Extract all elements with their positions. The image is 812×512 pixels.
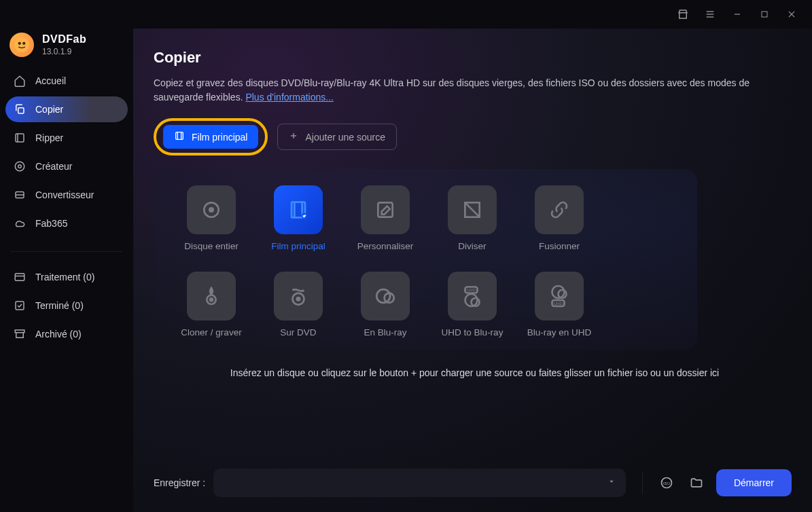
brand-version: 13.0.1.9 (42, 47, 86, 56)
mode-tile-icon (187, 272, 236, 321)
archive-icon (14, 328, 26, 340)
mode-card[interactable]: En Blu-ray (348, 272, 423, 337)
film-principal-dropdown[interactable]: Film principal (163, 125, 258, 149)
add-source-button[interactable]: Ajouter une source (277, 124, 397, 150)
svg-point-37 (297, 297, 300, 300)
mode-label: Cloner / graver (181, 327, 241, 337)
svg-rect-11 (16, 134, 24, 142)
app-logo-icon (10, 33, 34, 57)
svg-rect-4 (762, 12, 767, 17)
brand: DVDFab 13.0.1.9 (5, 29, 128, 68)
svg-point-13 (18, 165, 22, 168)
sidebar-item-termine[interactable]: Terminé (0) (5, 293, 128, 318)
svg-rect-18 (16, 301, 24, 310)
svg-rect-31 (378, 202, 392, 217)
dropzone-hint: Insérez un disque ou cliquez sur le bout… (154, 352, 796, 393)
mode-label: Sur DVD (280, 327, 316, 337)
mode-tile-icon (361, 185, 410, 234)
mode-tile-icon: UHD (535, 272, 584, 321)
page-description-text: Copiez et gravez des disques DVD/Blu-ray… (154, 77, 749, 103)
page-description: Copiez et gravez des disques DVD/Blu-ray… (154, 76, 765, 105)
mode-tile-icon (361, 272, 410, 321)
svg-rect-20 (176, 132, 183, 140)
more-info-link[interactable]: Plus d'informations... (245, 92, 334, 103)
sidebar-item-createur[interactable]: Créateur (5, 153, 128, 179)
mode-label: En Blu-ray (364, 327, 406, 337)
mode-card[interactable]: UHDBlu-ray en UHD (522, 272, 597, 337)
sidebar-item-label: Convertisseur (35, 189, 94, 200)
copy-icon (14, 103, 26, 115)
mode-label: Blu-ray en UHD (527, 327, 592, 337)
sidebar-item-label: Fab365 (35, 218, 67, 229)
svg-point-38 (376, 289, 390, 303)
mode-tile-icon: UHD (448, 272, 497, 321)
svg-point-26 (209, 208, 213, 211)
sidebar-item-label: Ripper (35, 132, 63, 143)
mode-tile-icon (187, 185, 236, 234)
mode-label: Film principal (271, 241, 325, 251)
cloud-icon (14, 217, 26, 230)
mode-tile-icon (274, 185, 323, 234)
mode-card[interactable]: Cloner / graver (174, 272, 249, 337)
close-button[interactable] (779, 3, 804, 25)
sidebar-item-accueil[interactable]: Accueil (5, 68, 128, 94)
svg-line-33 (465, 202, 479, 217)
svg-point-35 (210, 298, 213, 301)
mode-card[interactable]: Disque entier (174, 185, 249, 251)
sidebar-item-copier[interactable]: Copier (5, 96, 128, 122)
svg-rect-16 (15, 274, 24, 281)
sidebar-item-label: Traitement (0) (35, 272, 94, 282)
svg-rect-10 (18, 108, 24, 113)
mode-card[interactable]: Sur DVD (261, 272, 336, 337)
folder-output-button[interactable] (685, 471, 708, 494)
iso-output-button[interactable]: ISO (655, 471, 678, 494)
mode-card[interactable]: UHDUHD to Blu-ray (435, 272, 510, 337)
svg-text:UHD: UHD (554, 301, 563, 306)
plus-icon (289, 131, 298, 143)
converter-icon (14, 189, 26, 201)
processing-icon (14, 271, 26, 283)
mode-card[interactable]: Fusionner (522, 185, 597, 251)
mode-label: Fusionner (539, 241, 580, 251)
sidebar-item-label: Terminé (0) (35, 300, 84, 311)
mode-label: Diviser (458, 241, 486, 251)
film-principal-label: Film principal (192, 132, 247, 143)
main-panel: Copier Copiez et gravez des disques DVD/… (133, 29, 812, 512)
chevron-down-icon (607, 477, 616, 489)
sidebar-item-traitement[interactable]: Traitement (0) (5, 264, 128, 290)
svg-point-7 (14, 37, 29, 52)
svg-text:UHD: UHD (467, 288, 476, 292)
sidebar-item-label: Archivé (0) (35, 329, 82, 340)
modes-panel: Disque entierFilm principalPersonnaliser… (154, 169, 697, 350)
maximize-button[interactable] (752, 3, 777, 25)
highlight-ring: Film principal (154, 118, 268, 156)
sidebar-item-ripper[interactable]: Ripper (5, 125, 128, 151)
shop-icon[interactable] (671, 3, 695, 25)
mode-card[interactable]: Personnaliser (348, 185, 423, 251)
svg-rect-19 (15, 330, 24, 333)
mode-label: Disque entier (184, 241, 239, 251)
start-button[interactable]: Démarrer (716, 469, 792, 496)
sidebar-item-label: Créateur (35, 161, 72, 172)
mode-card[interactable]: Film principal (261, 185, 336, 251)
page-title: Copier (154, 49, 792, 67)
sidebar-item-label: Accueil (35, 75, 66, 86)
sidebar-item-convertisseur[interactable]: Convertisseur (5, 182, 128, 208)
sidebar-divider (11, 251, 122, 252)
mode-label: Personnaliser (357, 241, 414, 251)
titlebar (0, 0, 812, 29)
destination-dropdown[interactable] (213, 469, 626, 497)
minimize-button[interactable] (725, 3, 749, 25)
home-icon (14, 75, 26, 87)
svg-point-8 (18, 42, 21, 45)
film-icon (174, 130, 185, 143)
sidebar-item-fab365[interactable]: Fab365 (5, 211, 128, 236)
menu-icon[interactable] (698, 3, 722, 25)
sidebar-item-archive[interactable]: Archivé (0) (5, 321, 128, 347)
sidebar: DVDFab 13.0.1.9 Accueil Copier Ripper Cr… (0, 29, 133, 512)
brand-name: DVDFab (42, 33, 86, 45)
mode-card[interactable]: Diviser (435, 185, 510, 251)
start-button-label: Démarrer (734, 477, 774, 488)
svg-point-9 (22, 42, 25, 45)
creator-icon (14, 160, 26, 172)
